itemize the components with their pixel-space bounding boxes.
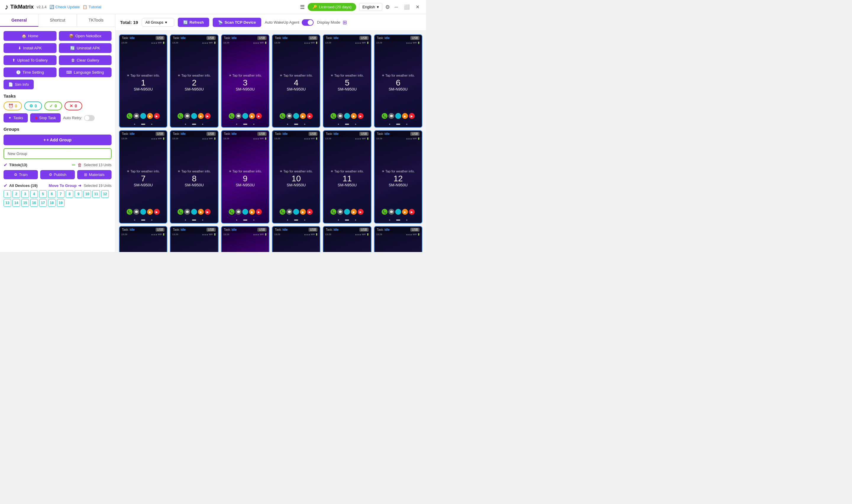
- device-number-1[interactable]: 1: [3, 190, 11, 198]
- device-card-18[interactable]: Task: Idle USB 13:29 ▲▲▲ WiFi 🔋 ☀ Tap fo…: [374, 226, 422, 252]
- language-setting-button[interactable]: ⌨ Language Setting: [59, 68, 112, 77]
- device-id-2: 2: [192, 79, 197, 87]
- check-update-link[interactable]: 🔄 Check Update: [49, 5, 79, 9]
- tasks-button[interactable]: ✦ Tasks: [3, 113, 28, 123]
- device-card-3[interactable]: Task: Idle USB 13:29 ▲▲▲ WiFi 🔋 ☀ Tap fo…: [221, 34, 270, 128]
- settings-icon[interactable]: ⚙: [385, 4, 390, 10]
- device-number-14[interactable]: 14: [13, 199, 20, 207]
- time-setting-button[interactable]: 🕐 Time Setting: [3, 68, 56, 77]
- device-id-5: 5: [345, 79, 350, 87]
- device-number-2[interactable]: 2: [13, 190, 20, 198]
- all-selected-units-label: Selected 19 Units: [84, 184, 111, 188]
- device-card-6[interactable]: Task: Idle USB 13:29 ▲▲▲ WiFi 🔋 ☀ Tap fo…: [374, 34, 422, 128]
- download-icon: ⬇: [18, 46, 21, 50]
- device-header-5: Task: Idle USB: [323, 35, 371, 41]
- licensed-button[interactable]: 🔑 Licensed (20 days): [308, 3, 356, 11]
- group-check-icon[interactable]: ✔: [3, 162, 7, 168]
- device-card-16[interactable]: Task: Idle USB 13:29 ▲▲▲ WiFi 🔋 ☀ Tap fo…: [272, 226, 320, 252]
- device-number-12[interactable]: 12: [101, 190, 109, 198]
- task-counters: ⏰ 0 ⚙ 0 ✓ 0 ✕ 0: [3, 102, 111, 110]
- minimize-button[interactable]: ─: [393, 3, 400, 10]
- device-id-8: 8: [192, 175, 197, 183]
- device-card-15[interactable]: Task: Idle USB 13:29 ▲▲▲ WiFi 🔋 ☀ Tap fo…: [221, 226, 270, 252]
- home-button[interactable]: 🏠 Home: [3, 31, 56, 41]
- device-number-10[interactable]: 10: [84, 190, 91, 198]
- group-filter-dropdown[interactable]: All Groups ▾: [142, 18, 174, 26]
- tab-general[interactable]: General: [0, 14, 38, 26]
- device-card-9[interactable]: Task: Idle USB 13:29 ▲▲▲ WiFi 🔋 ☀ Tap fo…: [221, 130, 270, 223]
- device-card-7[interactable]: Task: Idle USB 13:29 ▲▲▲ WiFi 🔋 ☀ Tap fo…: [119, 130, 167, 223]
- device-card-17[interactable]: Task: Idle USB 13:29 ▲▲▲ WiFi 🔋 ☀ Tap fo…: [323, 226, 371, 252]
- language-icon: ⌨: [66, 70, 72, 74]
- device-number-4[interactable]: 4: [30, 190, 38, 198]
- materials-button[interactable]: ⊞ Materials: [77, 170, 111, 179]
- device-card-12[interactable]: Task: Idle USB 13:29 ▲▲▲ WiFi 🔋 ☀ Tap fo…: [374, 130, 422, 223]
- success-icon: ✓: [49, 104, 53, 108]
- arrow-right-icon: ➜: [78, 183, 81, 188]
- device-card-8[interactable]: Task: Idle USB 13:29 ▲▲▲ WiFi 🔋 ☀ Tap fo…: [170, 130, 218, 223]
- titlebar-left: ♪ TikMatrix v2.1.4 🔄 Check Update 📋 Tuto…: [5, 2, 101, 12]
- device-number-5[interactable]: 5: [39, 190, 47, 198]
- open-nekobox-button[interactable]: 📦 Open NekoBox: [59, 31, 112, 41]
- device-grid: Task: Idle USB 13:29 ▲▲▲ WiFi 🔋 ☀ Tap fo…: [115, 31, 426, 252]
- device-number-16[interactable]: 16: [30, 199, 38, 207]
- clear-gallery-button[interactable]: 🗑 Clear Gallery: [59, 55, 112, 65]
- device-id-7: 7: [141, 175, 146, 183]
- tab-shortcut[interactable]: Shortcut: [38, 14, 77, 26]
- add-group-button[interactable]: + + Add Group: [3, 134, 111, 145]
- auto-wakeup-toggle[interactable]: [302, 19, 313, 26]
- device-card-10[interactable]: Task: Idle USB 13:29 ▲▲▲ WiFi 🔋 ☀ Tap fo…: [272, 130, 320, 223]
- uninstall-apk-button[interactable]: 🔄 Uninstall APK: [59, 43, 112, 53]
- install-apk-button[interactable]: ⬇ Install APK: [3, 43, 56, 53]
- menu-icon[interactable]: ☰: [300, 4, 305, 10]
- scan-tcp-button[interactable]: 📡 Scan TCP Device: [213, 18, 261, 27]
- device-card-2[interactable]: Task: Idle USB 13:29 ▲▲▲ WiFi 🔋 ☀ Tap fo…: [170, 34, 218, 128]
- grid-view-icon[interactable]: ⊞: [343, 19, 347, 26]
- device-number-17[interactable]: 17: [39, 199, 47, 207]
- group-delete-icon[interactable]: 🗑: [77, 162, 82, 167]
- device-card-5[interactable]: Task: Idle USB 13:29 ▲▲▲ WiFi 🔋 ☀ Tap fo…: [323, 34, 371, 128]
- tutorial-link[interactable]: 📋 Tutorial: [83, 5, 101, 9]
- all-devices-check-icon[interactable]: ✔: [3, 183, 7, 188]
- clock-icon: 🕐: [16, 70, 21, 74]
- device-card-11[interactable]: Task: Idle USB 13:29 ▲▲▲ WiFi 🔋 ☀ Tap fo…: [323, 130, 371, 223]
- all-devices-row: ✔ All Devices (19) Move To Group ➜ Selec…: [3, 183, 111, 188]
- device-number-6[interactable]: 6: [48, 190, 56, 198]
- home-icon: 🏠: [22, 34, 26, 38]
- close-button[interactable]: ✕: [414, 3, 421, 10]
- doc-icon: 📋: [83, 5, 87, 9]
- device-card-14[interactable]: Task: Idle USB 13:29 ▲▲▲ WiFi 🔋 ☀ Tap fo…: [170, 226, 218, 252]
- button-row-4: 🕐 Time Setting ⌨ Language Setting: [3, 68, 111, 77]
- device-header-8: Task: Idle USB: [170, 131, 218, 137]
- device-number-8[interactable]: 8: [66, 190, 73, 198]
- failed-icon: ✕: [70, 104, 73, 108]
- language-selector[interactable]: English ▾: [359, 3, 382, 11]
- auto-retry-toggle[interactable]: [84, 115, 95, 121]
- sim-info-button[interactable]: 📄 Sim Info: [3, 79, 34, 89]
- device-number-19[interactable]: 19: [57, 199, 65, 207]
- device-number-3[interactable]: 3: [21, 190, 29, 198]
- tasks-section: Tasks ⏰ 0 ⚙ 0 ✓ 0 ✕: [3, 93, 111, 123]
- device-number-15[interactable]: 15: [21, 199, 29, 207]
- upload-gallery-button[interactable]: ⬆ Upload To Gallery: [3, 55, 56, 65]
- new-group-input[interactable]: [3, 148, 111, 159]
- device-card-4[interactable]: Task: Idle USB 13:29 ▲▲▲ WiFi 🔋 ☀ Tap fo…: [272, 34, 320, 128]
- refresh-button[interactable]: 🔄 Refresh: [178, 18, 209, 27]
- device-number-11[interactable]: 11: [92, 190, 100, 198]
- device-number-18[interactable]: 18: [48, 199, 56, 207]
- device-id-1: 1: [141, 79, 146, 87]
- device-card-1[interactable]: Task: Idle USB 13:29 ▲▲▲ WiFi 🔋 ☀ Tap fo…: [119, 34, 167, 128]
- train-button[interactable]: ⚙ Train: [3, 170, 38, 179]
- device-card-13[interactable]: Task: Idle USB 13:29 ▲▲▲ WiFi 🔋 ☀ Tap fo…: [119, 226, 167, 252]
- move-to-group-button[interactable]: Move To Group ➜: [49, 183, 81, 188]
- stop-task-button[interactable]: ■ Stop Task: [30, 113, 61, 123]
- device-number-13[interactable]: 13: [3, 199, 11, 207]
- tasks-title: Tasks: [3, 93, 111, 98]
- publish-button[interactable]: ⚙ Publish: [40, 170, 75, 179]
- device-header-6: Task: Idle USB: [375, 35, 422, 41]
- tab-tktools[interactable]: TKTools: [77, 14, 115, 26]
- group-edit-icon[interactable]: ✏: [72, 162, 76, 168]
- device-number-9[interactable]: 9: [75, 190, 82, 198]
- device-number-7[interactable]: 7: [57, 190, 65, 198]
- maximize-button[interactable]: ⬜: [402, 3, 412, 10]
